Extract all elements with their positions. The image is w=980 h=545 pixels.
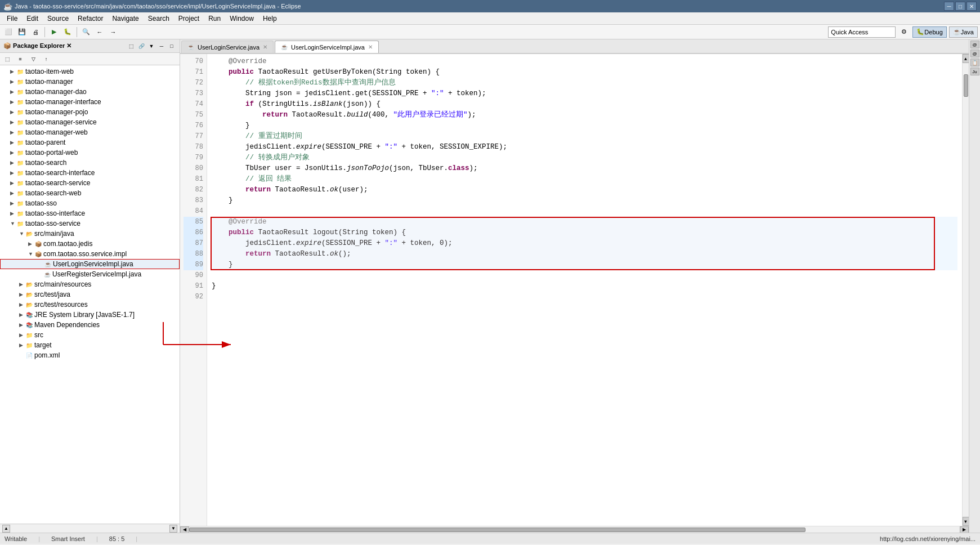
menu-refactor[interactable]: Refactor	[73, 14, 108, 24]
sidebar-collapse[interactable]: ≡	[14, 53, 26, 65]
tree-item-taotao-item-web[interactable]: ▶ 📁 taotao-item-web	[0, 66, 180, 77]
menu-help[interactable]: Help	[258, 14, 281, 24]
tree-item-taotao-parent[interactable]: ▶ 📁 taotao-parent	[0, 137, 180, 148]
sidebar-minimize[interactable]: ─	[157, 42, 166, 51]
tree-item-com-taotao-sso-service-impl[interactable]: ▼ 📦 com.taotao.sso.service.impl	[0, 249, 180, 259]
right-scrollbar[interactable]: ▲ ▼	[962, 54, 969, 526]
scroll-thumb-h[interactable]	[189, 528, 806, 532]
java-perspective-button[interactable]: ☕ Java	[949, 26, 978, 38]
sidebar-maximize[interactable]: □	[167, 42, 176, 51]
tree-item-taotao-search[interactable]: ▶ 📁 taotao-search	[0, 158, 180, 168]
sidebar-expand-all[interactable]: ⬚	[1, 53, 14, 65]
minimize-button[interactable]: ─	[944, 2, 954, 11]
code-line-85: @Override	[212, 217, 957, 227]
sidebar-link-editor[interactable]: 🔗	[137, 42, 146, 51]
code-line-73: String json = jedisClient.get(SESSION_PR…	[212, 88, 957, 99]
menu-navigate[interactable]: Navigate	[108, 14, 143, 24]
right-icon-1[interactable]: @	[970, 41, 979, 48]
tree-item-src-test-java[interactable]: ▶ 📂 src/test/java	[0, 289, 180, 300]
tree-label: UserLoginServiceImpl.java	[53, 260, 133, 268]
tree-item-target[interactable]: ▶ 📁 target	[0, 340, 180, 350]
menu-search[interactable]: Search	[144, 14, 174, 24]
right-icon-3[interactable]: 📋	[970, 59, 979, 66]
tree-item-taotao-manager-interface[interactable]: ▶ 📁 taotao-manager-interface	[0, 97, 180, 107]
code-area[interactable]: @Override public TaotaoResult getUserByT…	[207, 54, 962, 526]
tree-label: src/test/resources	[34, 301, 88, 309]
tree-item-UserLoginServiceImpl[interactable]: ☕ UserLoginServiceImpl.java	[0, 259, 180, 269]
tab-close-UserLoginService[interactable]: ✕	[263, 44, 267, 50]
menu-source[interactable]: Source	[43, 14, 73, 24]
right-icon-2[interactable]: @	[970, 50, 979, 57]
tree-item-taotao-search-service[interactable]: ▶ 📁 taotao-search-service	[0, 178, 180, 188]
menu-edit[interactable]: Edit	[22, 14, 43, 24]
tree-item-taotao-manager[interactable]: ▶ 📁 taotao-manager	[0, 77, 180, 87]
line-num-71: 71	[184, 67, 203, 78]
tree-item-taotao-manager-dao[interactable]: ▶ 📁 taotao-manager-dao	[0, 87, 180, 97]
tree-arrow	[19, 352, 26, 358]
sidebar-menu[interactable]: ▼	[147, 42, 156, 51]
toolbar-run-button[interactable]: ▶	[48, 26, 60, 38]
sidebar-scroll-down[interactable]: ▼	[169, 525, 177, 533]
tab-UserLoginServiceImpl[interactable]: ☕ UserLoginServiceImpl.java ✕	[275, 41, 379, 53]
tree-item-taotao-search-web[interactable]: ▶ 📁 taotao-search-web	[0, 188, 180, 198]
tree-item-taotao-manager-web[interactable]: ▶ 📁 taotao-manager-web	[0, 127, 180, 137]
tree-item-taotao-manager-pojo[interactable]: ▶ 📁 taotao-manager-pojo	[0, 107, 180, 117]
project-icon: 📁	[17, 170, 24, 176]
tree-item-taotao-sso-interface[interactable]: ▶ 📁 taotao-sso-interface	[0, 208, 180, 218]
toolbar-search-button[interactable]: 🔍	[80, 26, 92, 38]
sidebar-filter[interactable]: ▽	[27, 53, 39, 65]
quick-access-box[interactable]: Quick Access	[828, 26, 896, 38]
tree-item-jre-system-library[interactable]: ▶ 📚 JRE System Library [JavaSE-1.7]	[0, 310, 180, 320]
line-num-87: 87	[184, 238, 203, 249]
tree-item-taotao-sso-service[interactable]: ▼ 📁 taotao-sso-service	[0, 218, 180, 229]
code-line-91: }	[212, 281, 957, 292]
tree-arrow: ▶	[10, 190, 17, 196]
scroll-thumb[interactable]	[964, 74, 968, 97]
tree-arrow: ▶	[10, 89, 17, 95]
toolbar-new-button[interactable]: ⬜	[2, 26, 15, 38]
menu-window[interactable]: Window	[225, 14, 258, 24]
scroll-right-button[interactable]: ▶	[960, 526, 969, 533]
tree-item-taotao-manager-service[interactable]: ▶ 📁 taotao-manager-service	[0, 117, 180, 127]
window-title: Java - taotao-sso-service/src/main/java/…	[15, 3, 944, 10]
tree-item-src-test-resources[interactable]: ▶ 📂 src/test/resources	[0, 300, 180, 310]
sidebar-up[interactable]: ↑	[40, 53, 52, 65]
tree-label: taotao-search	[25, 159, 66, 167]
scroll-left-button[interactable]: ◀	[180, 526, 189, 533]
sidebar-scroll-up[interactable]: ▲	[2, 525, 10, 533]
tree-item-taotao-portal-web[interactable]: ▶ 📁 taotao-portal-web	[0, 148, 180, 158]
tree-label: taotao-parent	[25, 139, 65, 146]
toolbar-back-button[interactable]: ←	[93, 26, 106, 38]
tree-item-src-main-resources[interactable]: ▶ 📂 src/main/resources	[0, 279, 180, 289]
right-icon-4[interactable]: Ju	[970, 68, 979, 75]
toolbar-settings-button[interactable]: ⚙	[898, 26, 910, 38]
line-num-74: 74	[184, 99, 203, 110]
sidebar-collapse-all[interactable]: ⬚	[127, 42, 136, 51]
tab-UserLoginService[interactable]: ☕ UserLoginService.java ✕	[181, 41, 274, 53]
toolbar-debug-button2[interactable]: 🐛	[61, 26, 74, 38]
scroll-down-button[interactable]: ▼	[963, 517, 969, 526]
tree-item-src-main-java[interactable]: ▼ 📂 src/main/java	[0, 229, 180, 239]
toolbar-print-button[interactable]: 🖨	[29, 26, 42, 38]
menu-run[interactable]: Run	[204, 14, 225, 24]
menu-file[interactable]: File	[2, 14, 22, 24]
tree-item-taotao-search-interface[interactable]: ▶ 📁 taotao-search-interface	[0, 168, 180, 178]
tree-item-pom-xml[interactable]: 📄 pom.xml	[0, 350, 180, 360]
scroll-up-button[interactable]: ▲	[963, 54, 969, 63]
menu-project[interactable]: Project	[174, 14, 204, 24]
line-num-89: 89	[184, 260, 203, 270]
tree-item-taotao-sso[interactable]: ▶ 📁 taotao-sso	[0, 198, 180, 208]
toolbar-save-button[interactable]: 💾	[16, 26, 28, 38]
toolbar-forward-button[interactable]: →	[107, 26, 119, 38]
tree-item-src[interactable]: ▶ 📁 src	[0, 330, 180, 340]
tree-item-UserRegisterServiceImpl[interactable]: ☕ UserRegisterServiceImpl.java	[0, 269, 180, 279]
tree-item-com-taotao-jedis[interactable]: ▶ 📦 com.taotao.jedis	[0, 239, 180, 249]
debug-perspective-button[interactable]: 🐛 Debug	[912, 26, 946, 38]
line-num-83: 83	[184, 195, 203, 206]
tree-arrow: ▶	[10, 79, 17, 84]
tree-item-maven-dependencies[interactable]: ▶ 📚 Maven Dependencies	[0, 320, 180, 330]
close-button[interactable]: ✕	[966, 2, 977, 11]
maximize-button[interactable]: □	[955, 2, 965, 11]
tab-close-UserLoginServiceImpl[interactable]: ✕	[368, 44, 373, 50]
tree-label: taotao-manager-service	[25, 118, 97, 126]
